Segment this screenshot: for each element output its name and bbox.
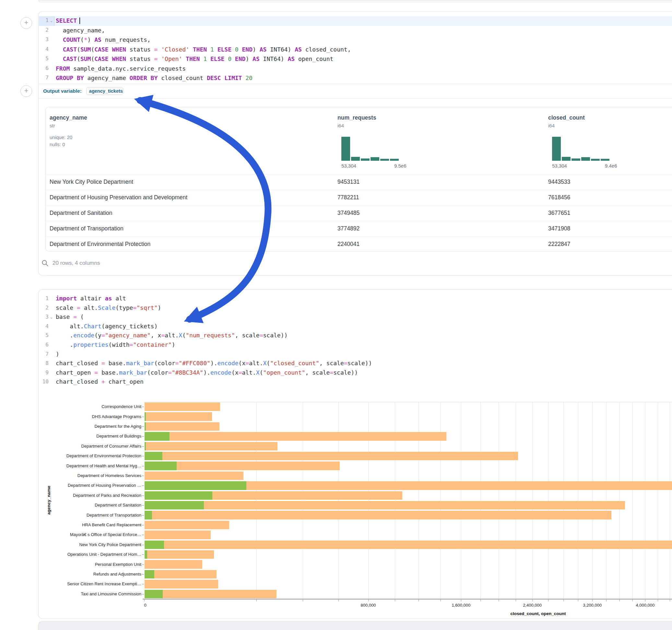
table-cell[interactable]: 2222847: [548, 241, 570, 248]
code-line[interactable]: scale = alt.Scale(type="sqrt"): [56, 303, 672, 313]
bar-closed-count[interactable]: [145, 442, 278, 451]
code-line[interactable]: CAST(SUM(CASE WHEN status = 'Closed' THE…: [56, 45, 672, 54]
line-number: 2: [39, 27, 49, 33]
collapse-chevron-icon[interactable]: ⌄: [50, 18, 53, 23]
code-line[interactable]: agency_name,: [56, 26, 672, 35]
bar-closed-count[interactable]: [145, 531, 211, 539]
previous-cell-edge: [38, 0, 672, 2]
gridline: [303, 402, 303, 599]
code-token: alt.: [249, 360, 263, 366]
gridline: [338, 402, 339, 599]
collapse-chevron-icon[interactable]: ⌄: [50, 315, 53, 319]
bar-open-count[interactable]: [145, 540, 164, 549]
line-number: 8: [39, 360, 49, 366]
bar-open-count[interactable]: [145, 511, 152, 519]
table-cell[interactable]: 7618456: [548, 194, 570, 201]
table-cell[interactable]: 3471908: [548, 225, 570, 232]
code-token: =: [101, 332, 105, 339]
bar-closed-count[interactable]: [145, 432, 447, 440]
gridline: [606, 402, 606, 599]
column-header[interactable]: agency_name: [50, 114, 87, 121]
column-header[interactable]: closed_count: [548, 114, 585, 121]
bar-open-count[interactable]: [145, 481, 246, 490]
results-table[interactable]: agency_namestrunique: 20nulls: 0num_requ…: [45, 107, 672, 251]
line-number: 1: [39, 17, 49, 23]
line-number: 10: [39, 379, 49, 385]
bar-open-count[interactable]: [145, 491, 212, 500]
code-token: ): [158, 304, 161, 311]
code-line[interactable]: import altair as alt: [56, 294, 672, 303]
gridline: [480, 402, 481, 599]
code-token: [56, 55, 63, 62]
bar-closed-count[interactable]: [145, 452, 518, 460]
code-token: sample_data.nyc.service_requests: [70, 65, 186, 72]
code-line[interactable]: chart_open = base.mark_bar(color="#8BC34…: [56, 368, 672, 378]
table-cell[interactable]: 9453131: [337, 178, 360, 185]
bar-closed-count[interactable]: [145, 580, 218, 588]
bar-open-count[interactable]: [145, 422, 146, 431]
code-line[interactable]: chart_closed = base.mark_bar(color="#FFC…: [56, 359, 672, 368]
bar-closed-count[interactable]: [145, 501, 625, 509]
table-cell[interactable]: Department of Sanitation: [50, 210, 113, 217]
table-cell[interactable]: Department of Transportation: [50, 225, 123, 232]
code-token: Chart: [84, 323, 101, 330]
bar-closed-count[interactable]: [145, 403, 220, 411]
search-icon[interactable]: [41, 259, 49, 267]
y-axis-label: Operations Unit - Department of Hom…: [32, 552, 141, 557]
table-cell[interactable]: 3749485: [337, 210, 360, 217]
table-cell[interactable]: New York City Police Department: [50, 178, 133, 185]
bar-closed-count[interactable]: [145, 412, 212, 421]
bar-open-count[interactable]: [145, 570, 154, 579]
bar-open-count[interactable]: [145, 461, 177, 470]
table-cell[interactable]: Department of Housing Preservation and D…: [50, 194, 187, 201]
bar-open-count[interactable]: [145, 432, 170, 440]
code-token: as: [105, 295, 112, 302]
y-tick: [142, 446, 144, 446]
bar-closed-count[interactable]: [145, 560, 202, 568]
table-cell[interactable]: 9443533: [548, 178, 570, 185]
code-token: ).: [210, 360, 217, 366]
bar-closed-count[interactable]: [145, 521, 229, 529]
code-line[interactable]: .properties(width="container"): [56, 340, 672, 350]
bar-open-count[interactable]: [145, 452, 162, 460]
bar-closed-count[interactable]: [145, 550, 214, 559]
code-token: "#FFC080": [178, 360, 210, 366]
bar-open-count[interactable]: [145, 550, 147, 559]
bar-open-count[interactable]: [145, 442, 146, 451]
code-line[interactable]: base = (: [56, 312, 672, 322]
bar-open-count[interactable]: [145, 590, 163, 598]
code-line[interactable]: chart_closed + chart_open: [56, 377, 672, 387]
code-line[interactable]: ): [56, 350, 672, 359]
y-axis-label: Senior Citizen Rent Increase Exempti…: [32, 581, 141, 586]
bar-closed-count[interactable]: [145, 570, 217, 579]
bar-closed-count[interactable]: [145, 540, 672, 549]
code-line[interactable]: alt.Chart(agency_tickets): [56, 322, 672, 331]
bar-open-count[interactable]: [145, 501, 204, 509]
code-line[interactable]: .encode(y="agency_name", x=alt.X("num_re…: [56, 331, 672, 340]
table-cell[interactable]: 2240041: [337, 241, 360, 248]
code-line[interactable]: SELECT: [56, 16, 672, 26]
bar-closed-count[interactable]: [145, 471, 243, 480]
bar-closed-count[interactable]: [145, 590, 277, 598]
add-cell-button-output[interactable]: +: [20, 85, 32, 97]
table-cell[interactable]: 7782211: [337, 194, 359, 201]
code-line[interactable]: GROUP BY agency_name ORDER BY closed_cou…: [56, 73, 672, 83]
line-number: 9: [39, 369, 49, 375]
output-variable-input[interactable]: agency_tickets: [86, 87, 123, 95]
x-axis-label: 2,400,000: [523, 603, 542, 608]
code-line[interactable]: COUNT(*) AS num_requests,: [56, 35, 672, 45]
code-token: closed_count,: [302, 46, 351, 53]
add-cell-button-top[interactable]: +: [20, 17, 32, 29]
table-cell[interactable]: 3774892: [337, 225, 360, 232]
table-cell[interactable]: 3677651: [548, 210, 570, 217]
line-number: 6: [39, 342, 49, 348]
table-cell[interactable]: Department of Environmental Protection: [50, 241, 150, 248]
bar-closed-count[interactable]: [145, 422, 219, 431]
column-header[interactable]: num_requests: [337, 114, 376, 121]
bar-open-count[interactable]: [145, 412, 146, 421]
code-line[interactable]: CAST(SUM(CASE WHEN status = 'Open' THEN …: [56, 54, 672, 64]
bar-closed-count[interactable]: [145, 511, 611, 519]
line-number: 3: [39, 314, 49, 320]
y-tick: [142, 436, 144, 437]
code-line[interactable]: FROM sample_data.nyc.service_requests: [56, 64, 672, 74]
